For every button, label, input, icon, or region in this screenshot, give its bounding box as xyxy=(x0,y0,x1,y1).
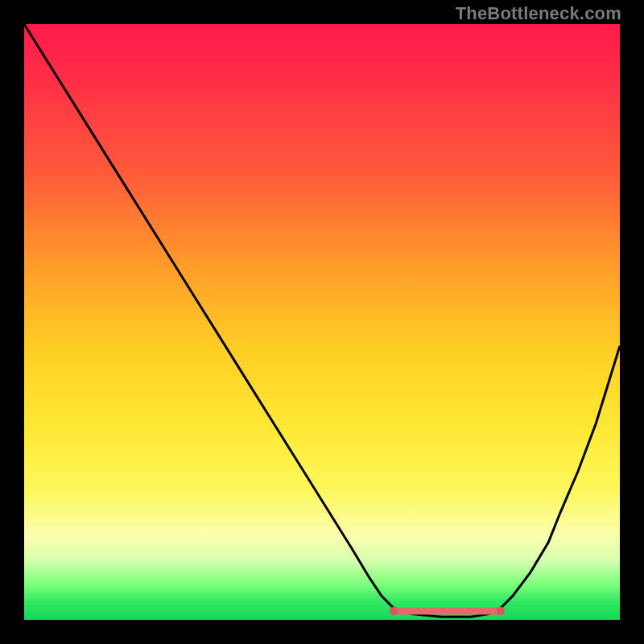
chart-frame: TheBottleneck.com xyxy=(0,0,644,644)
bottleneck-curve xyxy=(24,24,620,617)
flat-segment-dot-right xyxy=(497,607,505,615)
watermark-text: TheBottleneck.com xyxy=(456,3,621,24)
flat-segment-dot-left xyxy=(390,607,398,615)
curve-layer xyxy=(24,24,620,620)
plot-area xyxy=(24,24,620,620)
